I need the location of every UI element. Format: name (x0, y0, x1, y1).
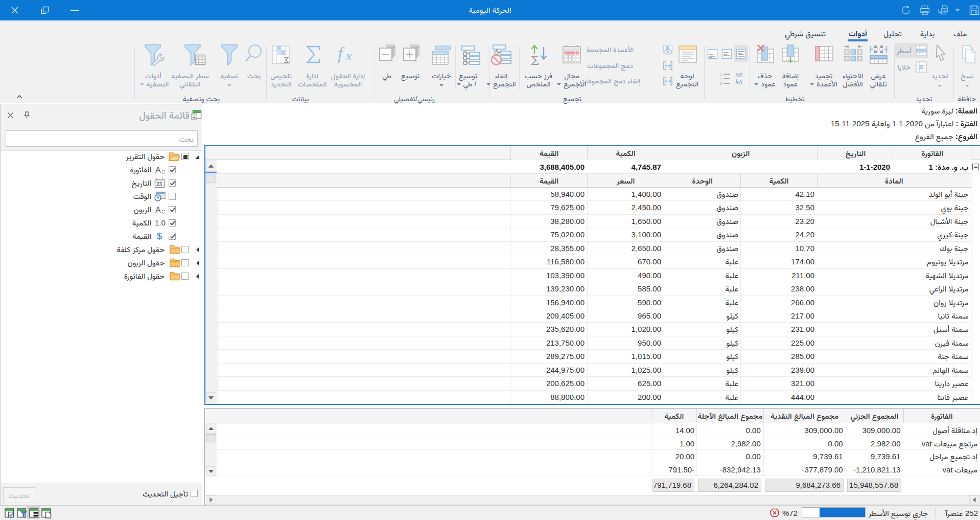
svg-text:A: A (155, 206, 161, 214)
svg-text:AB: AB (735, 72, 743, 78)
svg-text:A: A (155, 166, 161, 174)
svg-text:23: 23 (156, 182, 162, 187)
svg-text:f: f (338, 45, 345, 63)
svg-text:$: $ (157, 231, 162, 241)
svg-text:X: X (942, 9, 945, 14)
svg-text:1.0: 1.0 (155, 218, 166, 227)
svg-text:A: A (739, 79, 743, 85)
svg-text:x: x (345, 49, 352, 63)
